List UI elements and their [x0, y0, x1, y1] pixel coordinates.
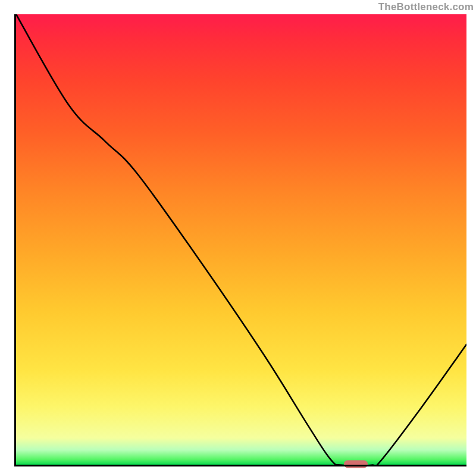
optimal-marker	[344, 461, 368, 468]
curve-path	[16, 14, 466, 466]
plot-area	[14, 14, 466, 466]
bottleneck-chart: TheBottleneck.com	[0, 0, 476, 476]
bottleneck-curve	[14, 14, 466, 466]
watermark-text: TheBottleneck.com	[378, 1, 474, 13]
